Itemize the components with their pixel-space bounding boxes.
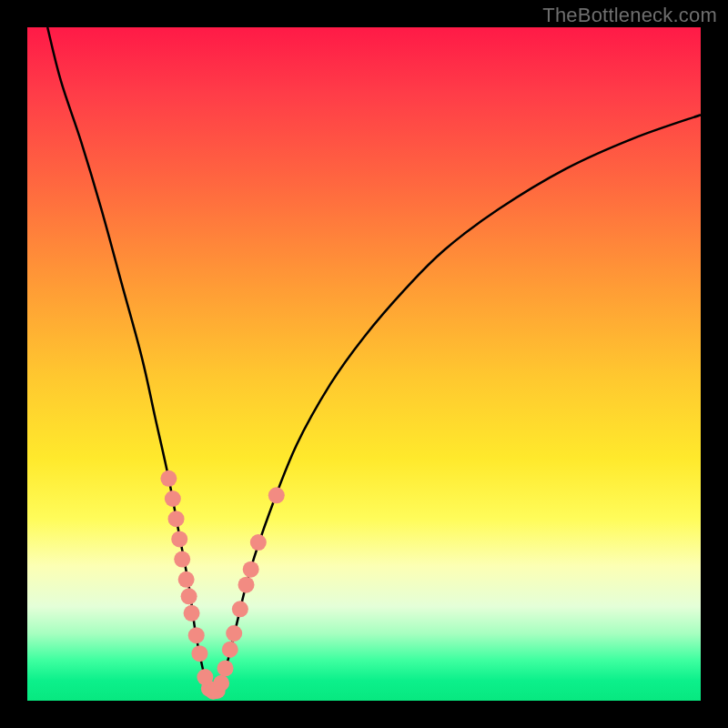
chart-frame: TheBottleneck.com [0, 0, 728, 728]
chart-svg [27, 27, 701, 701]
data-marker [181, 588, 197, 604]
data-marker [226, 625, 242, 642]
data-marker [188, 627, 205, 643]
marker-group [160, 470, 284, 700]
data-marker [213, 675, 229, 692]
data-marker [243, 561, 259, 578]
data-marker [184, 605, 200, 622]
data-marker [160, 470, 177, 487]
data-marker [174, 551, 190, 568]
data-marker [191, 645, 207, 662]
data-marker [238, 577, 255, 593]
data-marker [171, 531, 187, 547]
data-marker [178, 571, 195, 588]
data-marker [250, 534, 267, 551]
data-marker [222, 642, 238, 658]
chart-plot-area [27, 27, 701, 701]
data-marker [232, 601, 248, 617]
data-marker [217, 660, 234, 676]
data-marker [165, 490, 181, 507]
bottleneck-curve [47, 27, 701, 693]
watermark-text: TheBottleneck.com [542, 4, 717, 27]
data-marker [268, 487, 285, 503]
data-marker [168, 511, 185, 527]
